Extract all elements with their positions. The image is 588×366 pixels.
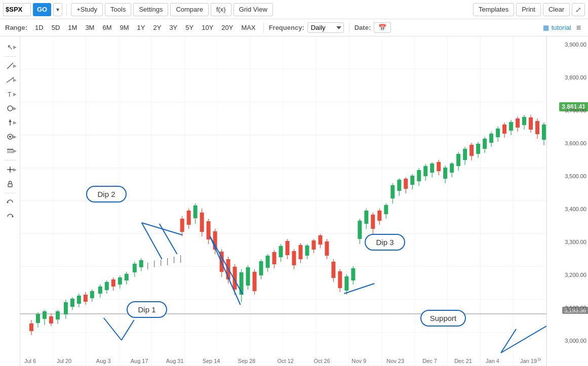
chart-container: ↖▶ ▶ ▶ T ▶ ▶ ▶ ▶ ▶	[0, 36, 588, 366]
svg-rect-26	[36, 314, 40, 323]
svg-rect-9	[7, 149, 13, 150]
range-max[interactable]: MAX	[239, 23, 258, 32]
svg-rect-152	[469, 145, 474, 156]
freq-date-separator	[349, 23, 349, 33]
svg-rect-106	[318, 235, 322, 245]
price-axis: 3,861.41 3,193.38 3,900.00 3,800.00 3,70…	[546, 36, 588, 366]
range-10y[interactable]: 10Y	[199, 23, 216, 32]
svg-rect-102	[305, 246, 309, 256]
svg-rect-15	[8, 184, 12, 187]
svg-rect-140	[430, 164, 434, 173]
go-button[interactable]: GO	[33, 3, 51, 16]
expand-button[interactable]: ⤢	[572, 3, 585, 16]
svg-rect-84	[246, 267, 250, 286]
range-1d[interactable]: 1D	[32, 23, 46, 32]
lt-sep-2	[4, 160, 16, 160]
svg-rect-104	[311, 240, 316, 250]
range-5y[interactable]: 5Y	[183, 23, 196, 32]
lt-shape-tool[interactable]: ▶	[3, 102, 18, 115]
date-label-text: Date:	[355, 24, 371, 31]
svg-text:Jan 4: Jan 4	[486, 358, 499, 364]
chart-main: Jul 6 Jul 20 Aug 3 Aug 17 Aug 31 Sep 14 …	[20, 36, 546, 366]
range-bar: Range: 1D 5D 1M 3M 6M 9M 1Y 2Y 3Y 5Y 10Y…	[0, 19, 588, 36]
svg-line-0	[7, 63, 13, 69]
svg-rect-128	[390, 185, 395, 198]
lt-fibonacci-tool[interactable]: ▶	[3, 144, 18, 157]
lt-arrow-tool[interactable]: ▶	[3, 116, 18, 129]
lt-cursor-tool[interactable]: ↖▶	[3, 40, 18, 54]
gridview-button[interactable]: Grid View	[233, 3, 273, 16]
clear-button[interactable]: Clear	[543, 3, 570, 16]
range-3m[interactable]: 3M	[83, 23, 97, 32]
svg-rect-148	[456, 154, 460, 166]
svg-rect-48	[111, 279, 115, 287]
date-picker-button[interactable]: 📅	[374, 22, 391, 33]
print-button[interactable]: Print	[516, 3, 541, 16]
svg-rect-38	[77, 296, 81, 304]
price-3500: 3,500.00	[565, 173, 586, 179]
price-3200: 3,200.00	[565, 272, 586, 278]
svg-rect-54	[133, 264, 137, 272]
templates-button[interactable]: Templates	[473, 3, 514, 16]
svg-point-14	[9, 169, 11, 171]
lt-pin-tool[interactable]: ▶	[3, 163, 18, 176]
svg-rect-170	[529, 117, 533, 130]
lt-measure-tool[interactable]: ▶	[3, 130, 18, 143]
svg-rect-126	[384, 205, 388, 214]
svg-rect-162	[502, 125, 506, 134]
svg-rect-118	[358, 221, 362, 239]
price-3900: 3,900.00	[565, 42, 586, 48]
price-3100: 3,100.00	[565, 305, 586, 311]
price-3800: 3,800.00	[565, 74, 586, 80]
svg-rect-160	[496, 129, 500, 137]
svg-rect-100	[298, 245, 302, 259]
svg-rect-70	[200, 213, 204, 232]
svg-text:»: »	[537, 355, 541, 363]
range-2y[interactable]: 2Y	[150, 23, 164, 32]
svg-text:Nov 23: Nov 23	[386, 358, 404, 364]
lt-text-tool[interactable]: T ▶	[3, 88, 18, 101]
settings-button[interactable]: Settings	[133, 3, 168, 16]
svg-rect-94	[279, 246, 283, 257]
range-20y[interactable]: 20Y	[219, 23, 236, 32]
svg-rect-42	[90, 291, 94, 298]
lt-line-tool[interactable]: ▶	[3, 59, 18, 72]
tutorial-label: tutorial	[552, 24, 571, 31]
svg-rect-168	[522, 117, 526, 125]
fx-button[interactable]: f(x)	[211, 3, 231, 16]
range-1m[interactable]: 1M	[65, 23, 80, 32]
range-3y[interactable]: 3Y	[167, 23, 180, 32]
tutorial-link[interactable]: ▦ tutorial	[543, 24, 571, 31]
svg-text:Oct 12: Oct 12	[278, 358, 294, 364]
lt-ray-tool[interactable]: ▶	[3, 73, 18, 87]
range-6m[interactable]: 6M	[100, 23, 114, 32]
svg-rect-40	[84, 295, 88, 302]
svg-text:T: T	[8, 91, 12, 98]
hamburger-menu[interactable]: ≡	[574, 23, 583, 32]
chart-svg: Jul 6 Jul 20 Aug 3 Aug 17 Aug 31 Sep 14 …	[20, 36, 546, 366]
range-5d[interactable]: 5D	[49, 23, 63, 32]
svg-rect-146	[450, 164, 454, 173]
left-toolbar: ↖▶ ▶ ▶ T ▶ ▶ ▶ ▶ ▶	[0, 36, 20, 366]
compare-button[interactable]: Compare	[170, 3, 208, 16]
svg-rect-64	[180, 219, 184, 232]
lt-redo[interactable]	[3, 210, 18, 223]
separator-1	[66, 4, 67, 16]
tools-button[interactable]: Tools	[105, 3, 131, 16]
svg-rect-132	[404, 179, 408, 189]
lt-lock-tool[interactable]	[3, 177, 18, 190]
svg-rect-86	[253, 272, 257, 291]
svg-text:Sep 28: Sep 28	[238, 358, 256, 364]
svg-rect-134	[410, 176, 414, 185]
study-button[interactable]: +Study	[71, 3, 103, 16]
range-1y[interactable]: 1Y	[135, 23, 148, 32]
svg-rect-130	[397, 180, 401, 191]
lt-undo[interactable]	[3, 196, 18, 209]
svg-rect-52	[125, 274, 129, 280]
frequency-select[interactable]: Daily Weekly Monthly	[307, 22, 344, 33]
svg-text:Jan 19: Jan 19	[520, 358, 537, 364]
symbol-nav-down[interactable]: ▾	[53, 3, 62, 16]
symbol-input[interactable]	[3, 3, 31, 16]
svg-rect-90	[266, 256, 270, 268]
range-9m[interactable]: 9M	[117, 23, 132, 32]
